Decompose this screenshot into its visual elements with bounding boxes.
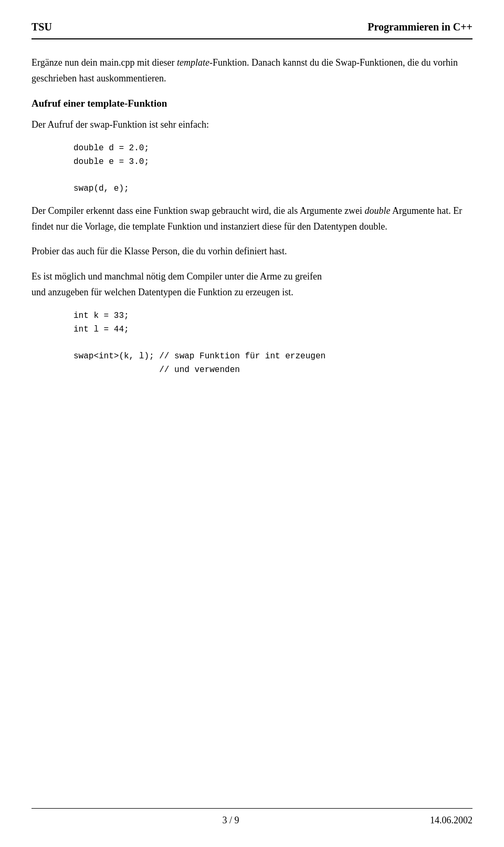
page: TSU Programmieren in C++ Ergänze nun dei… [0,0,504,847]
explicit-text-1: Es ist möglich und manchmal nötig dem Co… [32,271,322,282]
explicit-paragraph: Es ist möglich und manchmal nötig dem Co… [32,269,472,300]
intro-paragraph: Ergänze nun dein main.cpp mit dieser tem… [32,55,472,86]
person-paragraph: Probier das auch für die Klasse Person, … [32,244,472,260]
person-text: Probier das auch für die Klasse Person, … [32,246,287,256]
code-block-1: double d = 2.0; double e = 3.0; swap(d, … [74,142,472,195]
explicit-text-2: und anzugeben für welchen Datentypen die… [32,287,293,297]
page-footer: 3 / 9 14.06.2002 [32,808,472,826]
footer-page-number: 3 / 9 [222,815,239,826]
compiler-text-1: Der Compiler erkennt dass eine Funktion … [32,205,365,216]
code-text-1: double d = 2.0; double e = 3.0; swap(d, … [74,143,149,193]
footer-date: 14.06.2002 [430,815,472,826]
code-block-2: int k = 33; int l = 44; swap<int>(k, l);… [74,309,472,377]
section-title-text: Aufruf einer template-Funktion [32,98,167,109]
page-header: TSU Programmieren in C++ [32,21,472,39]
section-title: Aufruf einer template-Funktion [32,96,472,111]
page-content: Ergänze nun dein main.cpp mit dieser tem… [32,55,472,377]
code2-text: int k = 33; int l = 44; swap<int>(k, l);… [74,311,326,374]
intro-text-1: Ergänze nun dein main.cpp mit dieser [32,57,177,68]
intro-italic: template [177,57,209,68]
header-center: Programmieren in C++ [368,21,472,33]
section-subtitle: Der Aufruf der swap-Funktion ist sehr ei… [32,117,472,133]
section-subtitle-text: Der Aufruf der swap-Funktion ist sehr ei… [32,119,209,130]
compiler-paragraph: Der Compiler erkennt dass eine Funktion … [32,203,472,234]
compiler-italic: double [365,205,391,216]
header-left: TSU [32,21,52,33]
